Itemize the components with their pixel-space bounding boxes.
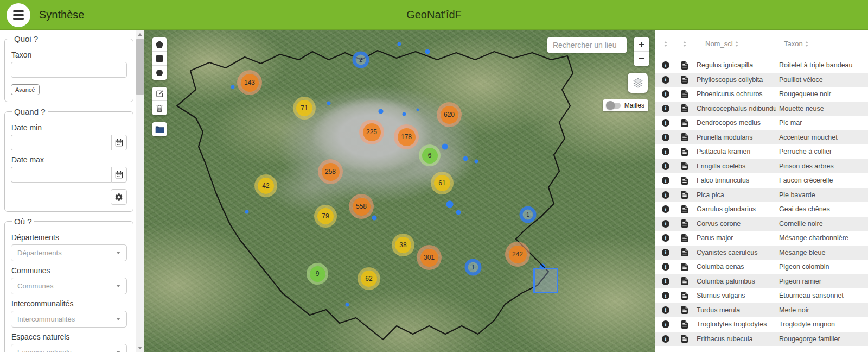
calendar-icon xyxy=(115,139,123,147)
cluster-marker-61[interactable]: 61 xyxy=(431,172,454,194)
row-document-button[interactable] xyxy=(676,104,693,112)
row-info-button[interactable]: i xyxy=(655,292,676,299)
sort-column-nom-sci[interactable]: Nom_sci xyxy=(693,40,776,48)
row-document-button[interactable] xyxy=(676,119,693,127)
row-info-button[interactable]: i xyxy=(655,263,676,271)
layers-button[interactable] xyxy=(628,73,648,93)
sort-column-info[interactable] xyxy=(655,41,676,47)
scroll-down-arrow[interactable] xyxy=(136,343,144,352)
date-min-input[interactable] xyxy=(11,135,111,150)
cluster-marker-9[interactable]: 9 xyxy=(307,263,328,285)
delete-layers-button[interactable] xyxy=(152,101,167,115)
search-place-input[interactable] xyxy=(547,37,627,53)
cluster-marker-242[interactable]: 242 xyxy=(505,242,530,267)
row-document-button[interactable] xyxy=(676,133,693,141)
row-info-button[interactable]: i xyxy=(655,234,676,242)
cluster-marker-258[interactable]: 258 xyxy=(318,159,343,184)
row-document-button[interactable] xyxy=(676,177,693,185)
row-document-button[interactable] xyxy=(676,234,693,242)
communes-select[interactable]: Communes xyxy=(11,278,127,294)
advanced-button[interactable]: Avancé xyxy=(11,84,40,95)
row-info-button[interactable]: i xyxy=(655,105,676,112)
row-document-button[interactable] xyxy=(676,335,693,343)
row-document-button[interactable] xyxy=(676,191,693,199)
row-document-button[interactable] xyxy=(676,61,693,70)
map-canvas[interactable]: 1437162022517862586142558793824230196221… xyxy=(144,30,655,352)
row-document-button[interactable] xyxy=(676,277,693,285)
scroll-up-arrow[interactable] xyxy=(136,30,144,39)
row-info-button[interactable]: i xyxy=(655,134,676,141)
date-min-calendar-button[interactable] xyxy=(111,135,127,150)
cell-taxon: Mésange bleue xyxy=(776,249,868,256)
row-info-button[interactable]: i xyxy=(655,220,676,228)
cluster-marker-71[interactable]: 71 xyxy=(293,97,316,120)
row-info-button[interactable]: i xyxy=(655,191,676,199)
cluster-marker-178[interactable]: 178 xyxy=(394,124,419,149)
cluster-marker-558[interactable]: 558 xyxy=(349,194,374,219)
row-document-button[interactable] xyxy=(676,162,693,170)
row-document-button[interactable] xyxy=(676,90,693,98)
cluster-marker-301[interactable]: 301 xyxy=(417,245,442,270)
import-file-button[interactable] xyxy=(152,122,167,136)
row-info-button[interactable]: i xyxy=(655,119,676,127)
draw-circle-button[interactable] xyxy=(152,66,167,80)
selected-maille-cell[interactable] xyxy=(533,268,558,293)
row-document-button[interactable] xyxy=(676,148,693,156)
espaces-naturels-select[interactable]: Espaces naturels xyxy=(11,344,127,352)
scrollbar-thumb[interactable] xyxy=(136,39,144,95)
file-icon xyxy=(681,177,688,185)
row-document-button[interactable] xyxy=(676,248,693,256)
date-max-calendar-button[interactable] xyxy=(111,167,127,183)
zoom-out-button[interactable]: − xyxy=(634,52,649,66)
row-info-button[interactable]: i xyxy=(655,320,676,328)
row-document-button[interactable] xyxy=(676,320,693,329)
hamburger-menu-button[interactable] xyxy=(7,3,30,27)
edit-layers-button[interactable] xyxy=(152,87,167,101)
departements-select[interactable]: Départements xyxy=(11,244,127,261)
row-document-button[interactable] xyxy=(676,219,693,228)
intercommunalites-select[interactable]: Intercommunalités xyxy=(11,311,127,328)
cluster-marker-6[interactable]: 6 xyxy=(419,144,441,166)
cluster-marker-62[interactable]: 62 xyxy=(358,267,380,290)
cluster-marker-38[interactable]: 38 xyxy=(392,234,414,256)
taxon-input[interactable] xyxy=(11,62,127,78)
row-document-button[interactable] xyxy=(676,205,693,213)
sort-column-doc[interactable] xyxy=(676,41,693,47)
row-document-button[interactable] xyxy=(676,306,693,314)
sidebar-scrollbar[interactable] xyxy=(136,30,144,352)
row-document-button[interactable] xyxy=(676,263,693,271)
folder-icon xyxy=(155,125,164,133)
date-max-input[interactable] xyxy=(11,167,111,183)
row-info-button[interactable]: i xyxy=(655,76,676,84)
cluster-marker-143[interactable]: 143 xyxy=(237,70,262,95)
point-cluster-marker[interactable]: 2 xyxy=(353,52,369,68)
cluster-marker-225[interactable]: 225 xyxy=(359,120,384,144)
section-when: Quand ? Date min Date max xyxy=(4,107,133,212)
row-info-button[interactable]: i xyxy=(655,177,676,184)
row-info-button[interactable]: i xyxy=(655,90,676,98)
row-document-button[interactable] xyxy=(676,76,693,84)
cluster-marker-42[interactable]: 42 xyxy=(254,174,277,197)
cell-taxon: Faucon crécerelle xyxy=(776,177,868,184)
mailles-toggle[interactable]: Mailles xyxy=(603,99,648,111)
row-info-button[interactable]: i xyxy=(655,205,676,213)
sort-column-taxon[interactable]: Taxon xyxy=(776,40,868,48)
draw-polygon-button[interactable] xyxy=(152,37,167,52)
rectangle-icon xyxy=(156,55,163,62)
cluster-marker-620[interactable]: 620 xyxy=(437,102,462,127)
row-info-button[interactable]: i xyxy=(655,278,676,285)
row-info-button[interactable]: i xyxy=(655,306,676,314)
row-info-button[interactable]: i xyxy=(655,335,676,343)
row-info-button[interactable]: i xyxy=(655,249,676,256)
cluster-marker-79[interactable]: 79 xyxy=(314,205,337,228)
point-cluster-marker[interactable]: 1 xyxy=(465,259,482,276)
draw-rectangle-button[interactable] xyxy=(152,52,167,66)
date-settings-button[interactable] xyxy=(111,189,127,205)
point-cluster-marker[interactable]: 1 xyxy=(520,206,537,223)
row-info-button[interactable]: i xyxy=(655,162,676,170)
row-info-button[interactable]: i xyxy=(655,148,676,155)
row-info-button[interactable]: i xyxy=(655,61,676,69)
table-row: i Chroicocephalus ridibundus Mouette rie… xyxy=(655,102,868,116)
row-document-button[interactable] xyxy=(676,292,693,300)
zoom-in-button[interactable]: + xyxy=(634,37,649,52)
